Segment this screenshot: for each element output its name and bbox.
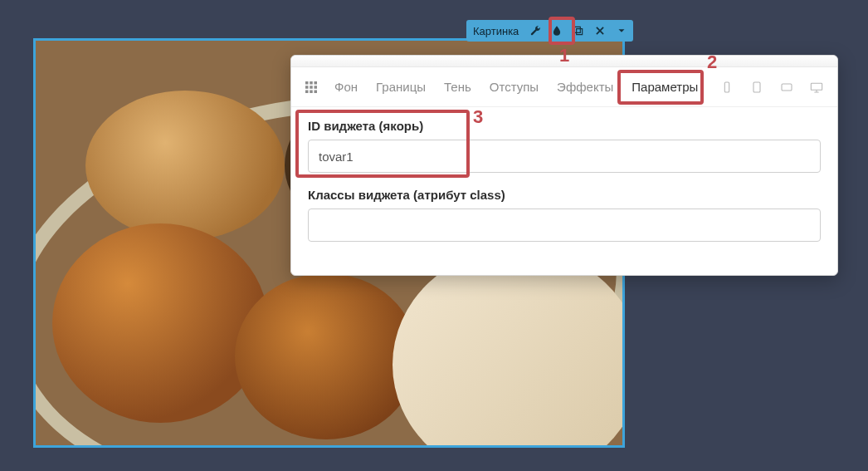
svg-rect-5: [315, 86, 318, 89]
svg-rect-3: [305, 86, 309, 89]
svg-rect-4: [310, 86, 313, 89]
device-phone-icon[interactable]: [718, 80, 736, 95]
tab-borders[interactable]: Границы: [369, 75, 432, 99]
device-breakpoints: [718, 80, 826, 95]
droplet-icon[interactable]: [549, 22, 565, 39]
device-desktop-icon[interactable]: [807, 80, 826, 95]
svg-rect-6: [305, 90, 309, 93]
tab-params[interactable]: Параметры: [625, 75, 705, 99]
widget-class-label: Классы виджета (атрибут class): [308, 188, 821, 202]
tab-padding[interactable]: Отступы: [483, 75, 545, 99]
tab-background[interactable]: Фон: [328, 75, 364, 99]
close-icon[interactable]: [592, 22, 608, 39]
grid-icon[interactable]: [303, 79, 319, 96]
svg-rect-12: [811, 83, 822, 90]
style-tabs: Фон Границы Тень Отступы Эффекты Парамет…: [291, 67, 837, 107]
caret-down-icon[interactable]: [613, 22, 630, 39]
panel-body: ID виджета (якорь) Классы виджета (атриб…: [291, 107, 837, 260]
widget-id-label: ID виджета (якорь): [308, 119, 821, 133]
style-panel: Фон Границы Тень Отступы Эффекты Парамет…: [290, 55, 838, 276]
tab-effects[interactable]: Эффекты: [550, 75, 620, 99]
device-tablet-portrait-icon[interactable]: [748, 80, 766, 95]
tab-shadow[interactable]: Тень: [437, 75, 478, 99]
svg-rect-10: [753, 82, 760, 92]
device-tablet-landscape-icon[interactable]: [778, 80, 796, 95]
svg-rect-11: [782, 84, 792, 91]
svg-rect-9: [724, 82, 729, 92]
widget-toolbar: Картинка: [466, 20, 633, 42]
widget-id-input[interactable]: [308, 140, 821, 173]
svg-rect-7: [310, 90, 313, 93]
svg-rect-2: [315, 81, 318, 85]
wrench-icon[interactable]: [527, 22, 544, 39]
svg-rect-8: [315, 90, 318, 93]
svg-rect-1: [310, 81, 313, 85]
copy-icon[interactable]: [570, 22, 587, 39]
panel-titlebar: [291, 56, 837, 67]
widget-class-input[interactable]: [308, 209, 821, 242]
widget-type-label: Картинка: [470, 25, 522, 37]
svg-rect-0: [305, 81, 309, 85]
